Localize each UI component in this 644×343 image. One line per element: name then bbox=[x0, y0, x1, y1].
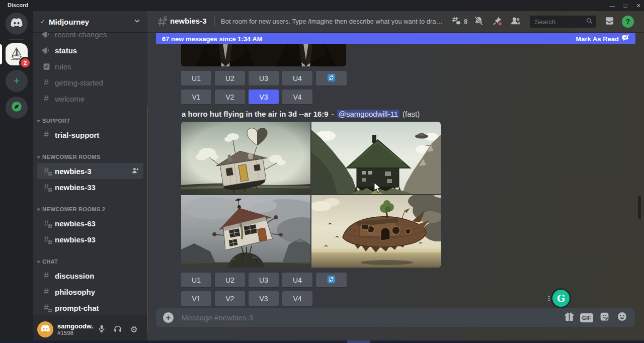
channel-welcome[interactable]: # welcome bbox=[37, 91, 143, 107]
gift-button[interactable] bbox=[563, 312, 575, 324]
v2-button[interactable]: V2 bbox=[215, 291, 245, 306]
channel-discussion[interactable]: # discussion bbox=[37, 268, 143, 284]
search-input[interactable] bbox=[534, 18, 586, 26]
notification-settings-button[interactable] bbox=[472, 16, 485, 28]
invite-people-icon[interactable] bbox=[131, 166, 139, 176]
u3-button[interactable]: U3 bbox=[249, 273, 279, 287]
mark-as-read-button[interactable]: Mark As Read bbox=[576, 34, 630, 43]
user-discriminator: #1598 bbox=[57, 330, 94, 336]
u1-button[interactable]: U1 bbox=[181, 273, 211, 287]
v3-button-selected[interactable]: V3 bbox=[249, 90, 279, 104]
chevron-down-icon bbox=[36, 119, 41, 123]
user-info[interactable]: samgoodw... #1598 bbox=[57, 322, 94, 336]
home-button[interactable] bbox=[6, 13, 28, 35]
u2-button[interactable]: U2 bbox=[215, 273, 245, 287]
explore-servers-button[interactable] bbox=[6, 97, 28, 119]
category-chat[interactable]: CHAT bbox=[33, 255, 147, 268]
channel-newbies-3[interactable]: # newbies-3 bbox=[37, 163, 143, 179]
server-icon-midjourney[interactable]: 2 bbox=[6, 43, 28, 65]
pinned-messages-button[interactable] bbox=[491, 16, 503, 28]
channel-label: prompt-chat bbox=[55, 304, 99, 312]
reroll-icon bbox=[327, 73, 336, 83]
reroll-button[interactable] bbox=[316, 71, 347, 85]
v1-button[interactable]: V1 bbox=[181, 291, 211, 306]
window-close-button[interactable]: ✕ bbox=[632, 0, 644, 11]
channel-newbies-33[interactable]: # newbies-33 bbox=[37, 179, 143, 195]
v1-button[interactable]: V1 bbox=[181, 90, 211, 104]
mute-microphone-button[interactable] bbox=[94, 321, 110, 337]
reroll-button[interactable] bbox=[316, 273, 347, 287]
grammarly-icon[interactable]: G bbox=[552, 290, 570, 307]
members-icon bbox=[510, 16, 521, 28]
inbox-button[interactable] bbox=[603, 16, 615, 28]
v4-button[interactable]: V4 bbox=[282, 291, 312, 306]
channel-name: newbies-3 bbox=[170, 17, 207, 25]
sticker-picker-button[interactable] bbox=[598, 312, 610, 324]
help-button[interactable]: ? bbox=[622, 16, 634, 28]
v3-button[interactable]: V3 bbox=[249, 291, 279, 306]
channel-philosophy[interactable]: # philosophy bbox=[37, 284, 143, 300]
generated-image-3[interactable] bbox=[181, 195, 310, 268]
u1-button[interactable]: U1 bbox=[181, 71, 211, 85]
channel-recent-changes[interactable]: recent-changes bbox=[37, 32, 143, 42]
add-server-button[interactable]: + bbox=[6, 70, 28, 92]
new-messages-text: 67 new messages since 1:34 AM bbox=[162, 35, 576, 43]
hash-icon: # bbox=[41, 130, 51, 140]
category-support[interactable]: SUPPORT bbox=[33, 115, 147, 127]
channel-label: welcome bbox=[55, 95, 85, 103]
u3-button[interactable]: U3 bbox=[249, 71, 279, 85]
gif-icon: GIF bbox=[580, 313, 593, 322]
attach-file-button[interactable]: + bbox=[163, 312, 174, 323]
new-messages-banner[interactable]: 67 new messages since 1:34 AM Mark As Re… bbox=[156, 33, 635, 44]
deafen-button[interactable] bbox=[110, 321, 126, 337]
v4-button[interactable]: V4 bbox=[282, 90, 312, 104]
window-maximize-button[interactable]: □ bbox=[619, 0, 632, 11]
channel-trial-support[interactable]: # trial-support bbox=[37, 127, 143, 143]
category-newcomer-rooms-2[interactable]: NEWCOMER ROOMS 2 bbox=[33, 203, 147, 215]
hash-limited-icon: # bbox=[41, 303, 51, 313]
channel-status[interactable]: status bbox=[37, 42, 143, 58]
emoji-picker-button[interactable] bbox=[616, 312, 628, 324]
window-minimize-button[interactable]: — bbox=[606, 0, 619, 11]
message-input[interactable] bbox=[181, 313, 557, 322]
taskbar-sliver bbox=[0, 340, 644, 343]
channel-list: recent-changes status rules # getting-st… bbox=[33, 32, 147, 315]
grammarly-drag-handle[interactable] bbox=[548, 296, 550, 302]
chat-scrollbar-thumb[interactable] bbox=[638, 196, 641, 219]
threads-button[interactable] bbox=[450, 16, 462, 28]
search-box[interactable] bbox=[530, 16, 596, 28]
channel-topic[interactable]: Bot room for new users. Type /imagine th… bbox=[221, 18, 444, 25]
channel-newbies-93[interactable]: # newbies-93 bbox=[37, 231, 143, 247]
category-newcomer-rooms[interactable]: NEWCOMER ROOMS bbox=[33, 151, 147, 163]
gif-picker-button[interactable]: GIF bbox=[581, 312, 593, 324]
server-header[interactable]: ✓ Midjourney bbox=[33, 11, 147, 32]
channel-getting-started[interactable]: # getting-started bbox=[37, 74, 143, 91]
channel-rules[interactable]: rules bbox=[37, 58, 143, 74]
hash-lock-icon bbox=[156, 16, 168, 28]
channel-sidebar: ✓ Midjourney recent-changes status rules… bbox=[33, 11, 147, 343]
generated-image-1[interactable] bbox=[181, 122, 310, 194]
chevron-down-icon bbox=[36, 155, 41, 159]
chevron-down-icon bbox=[36, 207, 41, 212]
avatar[interactable] bbox=[37, 321, 53, 337]
user-mention[interactable]: @samgoodwill-11 bbox=[337, 110, 399, 118]
server-name: Midjourney bbox=[49, 18, 134, 26]
discord-logo-icon bbox=[10, 16, 23, 31]
channel-label: getting-started bbox=[55, 78, 103, 87]
generated-image-4[interactable] bbox=[311, 195, 441, 268]
member-list-button[interactable] bbox=[509, 16, 521, 28]
bell-slash-icon bbox=[473, 16, 484, 28]
channel-label: trial-support bbox=[55, 131, 99, 139]
channel-label: newbies-63 bbox=[55, 219, 96, 228]
message-prompt-line: a horro hut flying in the air in 3d --ar… bbox=[182, 110, 420, 118]
rail-separator bbox=[9, 39, 25, 40]
channel-prompt-chat[interactable]: # prompt-chat bbox=[37, 300, 143, 315]
u4-button[interactable]: U4 bbox=[282, 273, 312, 287]
channel-newbies-63[interactable]: # newbies-63 bbox=[37, 215, 143, 231]
user-settings-button[interactable]: ⚙ bbox=[126, 321, 142, 337]
username: samgoodw... bbox=[57, 322, 94, 330]
u4-button[interactable]: U4 bbox=[282, 71, 312, 85]
rules-icon bbox=[41, 61, 51, 71]
v2-button[interactable]: V2 bbox=[215, 90, 245, 104]
u2-button[interactable]: U2 bbox=[215, 71, 245, 85]
